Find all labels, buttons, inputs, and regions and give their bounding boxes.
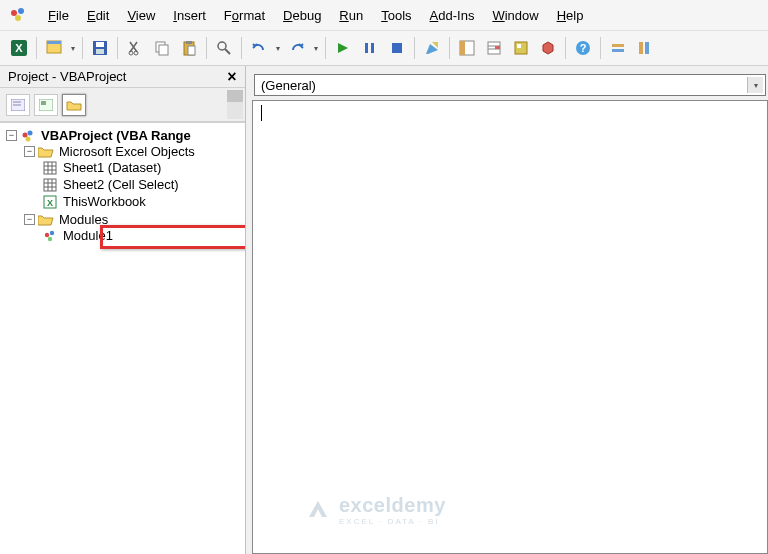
undo-dropdown[interactable]: ▾ <box>273 44 283 53</box>
tree-item-label: Module1 <box>61 228 115 243</box>
tree-item-sheet2[interactable]: Sheet2 (Cell Select) <box>42 177 245 192</box>
svg-point-1 <box>18 8 24 14</box>
project-tree: − VBAProject (VBA Range − Microsoft Exce… <box>0 122 245 554</box>
project-panel-title: Project - VBAProject <box>8 69 127 84</box>
code-panel: (General) ▾ <box>246 66 768 554</box>
svg-rect-37 <box>639 42 643 54</box>
menu-insert[interactable]: Insert <box>165 4 214 27</box>
tree-item-label: Sheet1 (Dataset) <box>61 160 163 175</box>
run-button[interactable] <box>330 35 356 61</box>
object-combobox[interactable]: (General) ▾ <box>254 74 766 96</box>
folder-open-icon <box>38 213 54 227</box>
tree-root-vbaproject[interactable]: − VBAProject (VBA Range <box>6 128 245 143</box>
svg-point-2 <box>15 15 21 21</box>
project-mini-toolbar <box>0 88 245 122</box>
menu-edit[interactable]: Edit <box>79 4 117 27</box>
menu-run[interactable]: Run <box>331 4 371 27</box>
collapse-icon[interactable]: − <box>24 146 35 157</box>
svg-marker-19 <box>338 43 348 53</box>
object-browser-button[interactable] <box>508 35 534 61</box>
save-button[interactable] <box>87 35 113 61</box>
toolbar: X ▾ ▾ ▾ ? <box>0 30 768 66</box>
svg-point-46 <box>26 136 31 141</box>
code-editor[interactable] <box>252 100 768 554</box>
chevron-down-icon[interactable]: ▾ <box>747 77 763 93</box>
undo-button[interactable] <box>246 35 272 61</box>
menu-addins[interactable]: Add-Ins <box>422 4 483 27</box>
folder-open-icon <box>38 145 54 159</box>
svg-rect-20 <box>365 43 368 53</box>
insert-userform-button[interactable] <box>41 35 67 61</box>
insert-dropdown[interactable]: ▾ <box>68 44 78 53</box>
redo-dropdown[interactable]: ▾ <box>311 44 321 53</box>
menu-view[interactable]: View <box>119 4 163 27</box>
copy-button[interactable] <box>149 35 175 61</box>
extra-tool-1-button[interactable] <box>605 35 631 61</box>
reset-button[interactable] <box>384 35 410 61</box>
vba-project-icon <box>20 129 36 143</box>
toolbar-separator <box>600 37 601 59</box>
toolbar-separator <box>449 37 450 59</box>
svg-rect-47 <box>44 162 56 174</box>
svg-text:X: X <box>15 42 23 54</box>
toolbox-button[interactable] <box>535 35 561 61</box>
tree-item-sheet1[interactable]: Sheet1 (Dataset) <box>42 160 245 175</box>
menu-file[interactable]: File <box>40 4 77 27</box>
view-object-button[interactable] <box>34 94 58 116</box>
watermark-logo-icon <box>305 497 331 523</box>
collapse-icon[interactable]: − <box>6 130 17 141</box>
svg-rect-6 <box>47 41 61 44</box>
svg-text:X: X <box>47 198 53 208</box>
svg-rect-13 <box>159 45 168 55</box>
tree-item-module1[interactable]: Module1 <box>42 228 245 243</box>
extra-tool-2-button[interactable] <box>632 35 658 61</box>
view-code-button[interactable] <box>6 94 30 116</box>
text-cursor <box>261 105 262 121</box>
design-mode-button[interactable] <box>419 35 445 61</box>
redo-button[interactable] <box>284 35 310 61</box>
close-icon[interactable]: × <box>223 68 241 86</box>
watermark-brand: exceldemy <box>339 494 446 516</box>
svg-point-44 <box>23 132 28 137</box>
svg-rect-15 <box>186 41 192 44</box>
toggle-folders-button[interactable] <box>62 94 86 116</box>
menu-debug[interactable]: Debug <box>275 4 329 27</box>
svg-point-0 <box>11 10 17 16</box>
project-panel-title-bar: Project - VBAProject × <box>0 66 245 88</box>
svg-rect-36 <box>612 49 624 52</box>
project-explorer-button[interactable] <box>454 35 480 61</box>
main-area: Project - VBAProject × − VBAProject (VBA… <box>0 66 768 554</box>
svg-point-17 <box>218 42 226 50</box>
find-button[interactable] <box>211 35 237 61</box>
svg-rect-21 <box>371 43 374 53</box>
tree-root-label: VBAProject (VBA Range <box>39 128 193 143</box>
paste-button[interactable] <box>176 35 202 61</box>
svg-rect-26 <box>460 41 465 55</box>
svg-rect-8 <box>96 42 104 47</box>
menu-help[interactable]: Help <box>549 4 592 27</box>
project-explorer-panel: Project - VBAProject × − VBAProject (VBA… <box>0 66 246 554</box>
menu-window[interactable]: Window <box>484 4 546 27</box>
view-excel-button[interactable]: X <box>6 35 32 61</box>
mini-scrollbar[interactable] <box>227 90 243 119</box>
svg-rect-43 <box>41 101 46 105</box>
object-combobox-value: (General) <box>261 78 316 93</box>
svg-rect-9 <box>96 49 104 54</box>
menu-tools[interactable]: Tools <box>373 4 419 27</box>
toolbar-separator <box>325 37 326 59</box>
tree-folder-excel-objects[interactable]: − Microsoft Excel Objects <box>24 144 245 159</box>
cut-button[interactable] <box>122 35 148 61</box>
tree-item-thisworkbook[interactable]: X ThisWorkbook <box>42 194 245 209</box>
tree-folder-label: Modules <box>57 212 110 227</box>
svg-rect-16 <box>188 46 195 55</box>
workbook-icon: X <box>42 195 58 209</box>
break-button[interactable] <box>357 35 383 61</box>
menu-format[interactable]: Format <box>216 4 273 27</box>
tree-folder-modules[interactable]: − Modules <box>24 212 245 227</box>
toolbar-separator <box>565 37 566 59</box>
worksheet-icon <box>42 161 58 175</box>
svg-rect-38 <box>645 42 649 54</box>
properties-button[interactable] <box>481 35 507 61</box>
help-button[interactable]: ? <box>570 35 596 61</box>
collapse-icon[interactable]: − <box>24 214 35 225</box>
